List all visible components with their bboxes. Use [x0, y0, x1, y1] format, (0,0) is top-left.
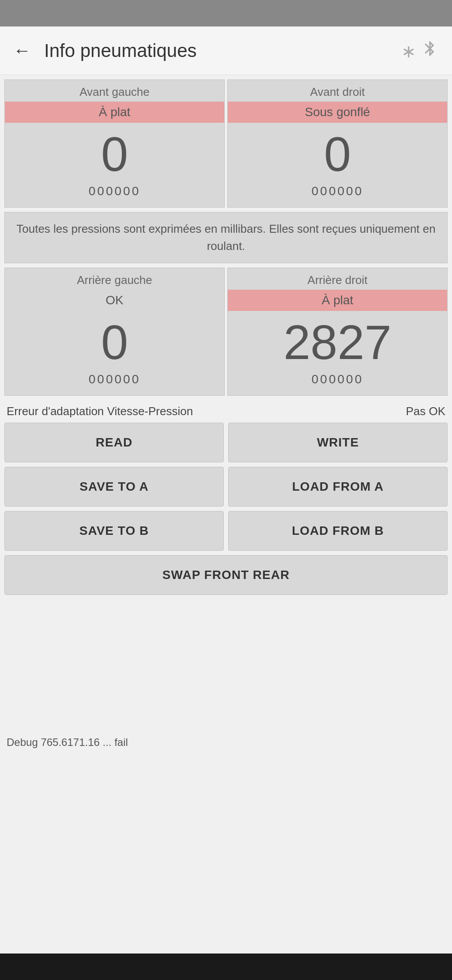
- save-to-a-button[interactable]: SAVE TO A: [4, 467, 224, 507]
- tire-avant-droit-id: 000000: [312, 181, 363, 198]
- page-title: Info pneumatiques: [44, 40, 401, 61]
- tire-arriere-droit-value: 2827: [283, 311, 392, 369]
- error-label: Erreur d'adaptation Vitesse-Pression: [7, 405, 193, 418]
- tire-arriere-gauche-status: OK: [5, 290, 224, 311]
- tire-avant-droit-status: Sous gonflé: [228, 102, 447, 123]
- bottom-bar: [0, 954, 452, 980]
- error-status: Pas OK: [406, 405, 445, 418]
- tire-grid-bottom: Arrière gauche OK 0 000000 Arrière droit…: [0, 268, 452, 396]
- debug-text: Debug 765.6171.16 ... fail: [0, 727, 452, 757]
- load-from-b-button[interactable]: LOAD FROM B: [228, 511, 448, 551]
- save-to-b-button[interactable]: SAVE TO B: [4, 511, 224, 551]
- spacer: [0, 595, 452, 727]
- tire-arriere-gauche-value: 0: [101, 311, 128, 369]
- write-button[interactable]: WRITE: [228, 423, 448, 462]
- tire-arriere-droit-status: À plat: [228, 290, 447, 311]
- tire-arriere-gauche-id: 000000: [89, 369, 140, 386]
- button-row-read-write: READ WRITE: [4, 423, 448, 462]
- tire-arriere-gauche: Arrière gauche OK 0 000000: [4, 268, 225, 396]
- tire-arriere-gauche-label: Arrière gauche: [77, 268, 152, 290]
- read-button[interactable]: READ: [4, 423, 224, 462]
- content: Avant gauche À plat 0 000000 Avant droit…: [0, 75, 452, 954]
- tire-arriere-droit-id: 000000: [312, 369, 363, 386]
- tire-grid-top: Avant gauche À plat 0 000000 Avant droit…: [0, 75, 452, 208]
- header: ← Info pneumatiques ∗: [0, 26, 452, 75]
- buttons-section: READ WRITE SAVE TO A LOAD FROM A SAVE TO…: [0, 423, 452, 595]
- swap-front-rear-button[interactable]: SWAP FRONT REAR: [4, 555, 448, 595]
- tire-avant-gauche-status: À plat: [5, 102, 224, 123]
- status-bar: [0, 0, 452, 26]
- tire-avant-gauche: Avant gauche À plat 0 000000: [4, 79, 225, 208]
- bluetooth-icon: ∗: [401, 40, 439, 61]
- button-row-save-load-b: SAVE TO B LOAD FROM B: [4, 511, 448, 551]
- tire-avant-droit-value: 0: [324, 123, 351, 181]
- back-button[interactable]: ←: [13, 41, 31, 61]
- tire-avant-gauche-label: Avant gauche: [79, 80, 150, 102]
- load-from-a-button[interactable]: LOAD FROM A: [228, 467, 448, 507]
- tire-avant-droit-label: Avant droit: [310, 80, 365, 102]
- tire-avant-droit: Avant droit Sous gonflé 0 000000: [227, 79, 448, 208]
- tire-arriere-droit: Arrière droit À plat 2827 000000: [227, 268, 448, 396]
- info-banner: Toutes les pressions sont exprimées en m…: [4, 212, 448, 263]
- button-row-save-load-a: SAVE TO A LOAD FROM A: [4, 467, 448, 507]
- error-row: Erreur d'adaptation Vitesse-Pression Pas…: [0, 396, 452, 423]
- tire-arriere-droit-label: Arrière droit: [308, 268, 368, 290]
- tire-avant-gauche-value: 0: [101, 123, 128, 181]
- tire-avant-gauche-id: 000000: [89, 181, 140, 198]
